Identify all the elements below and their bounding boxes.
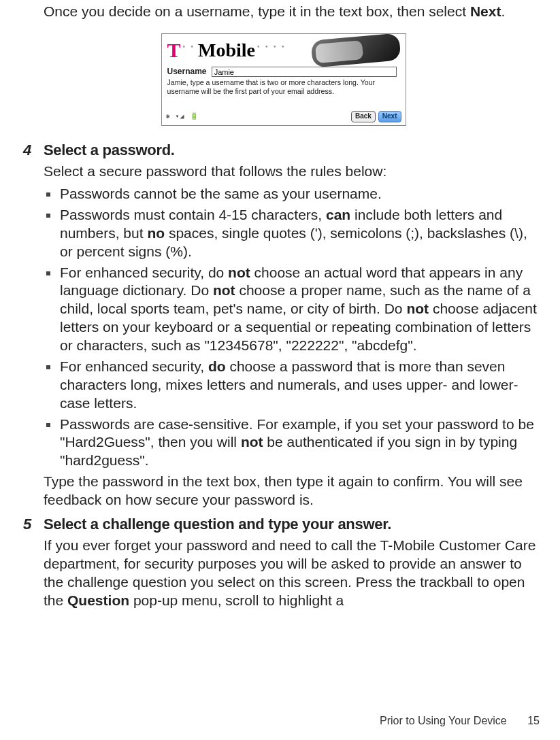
username-label: Username xyxy=(167,67,207,76)
tmobile-wordmark: Mobile xyxy=(198,38,255,63)
rule-text: Passwords cannot be the same as your use… xyxy=(60,186,382,201)
rule-bold: do xyxy=(208,358,226,374)
logo-dots-icon: • • • • xyxy=(257,43,286,52)
username-hint: Jamie, type a username that is two or mo… xyxy=(167,78,400,96)
rule-text: For enhanced security, xyxy=(60,358,208,374)
screenshot-header: T • • Mobile • • • • xyxy=(162,34,406,65)
list-item: For enhanced security, do choose a passw… xyxy=(44,358,544,413)
intro-pre: Once you decide on a username, type it i… xyxy=(44,3,470,19)
password-rules-list: Passwords cannot be the same as your use… xyxy=(44,185,544,470)
page-footer: Prior to Using Your Device 15 xyxy=(380,714,540,728)
rule-bold: not xyxy=(406,301,429,316)
intro-paragraph: Once you decide on a username, type it i… xyxy=(44,3,544,21)
intro-bold: Next xyxy=(470,3,501,19)
device-screenshot: T • • Mobile • • • • Username Jamie, typ… xyxy=(161,33,406,126)
page-number: 15 xyxy=(527,715,540,726)
status-icons: ✱ ▾◢ 🔋 xyxy=(166,112,199,121)
logo-dots-icon: • • xyxy=(183,43,196,52)
step-4-header: 4 Select a password. xyxy=(23,141,544,160)
rule-bold: not xyxy=(228,265,250,280)
footer-section: Prior to Using Your Device xyxy=(380,715,507,726)
next-button[interactable]: Next xyxy=(378,111,401,122)
rule-bold: can xyxy=(326,207,350,222)
step-5-title: Select a challenge question and type you… xyxy=(44,515,391,534)
list-item: For enhanced security, do not choose an … xyxy=(44,264,544,355)
rule-bold: no xyxy=(147,225,165,241)
rule-text: Passwords must contain 4-15 characters, xyxy=(60,207,326,222)
rule-bold: not xyxy=(241,434,263,450)
tmobile-t-logo: T xyxy=(167,37,181,63)
intro-post: . xyxy=(501,3,505,19)
step-4-title: Select a password. xyxy=(44,141,175,160)
rule-bold: not xyxy=(213,282,235,298)
step-5-header: 5 Select a challenge question and type y… xyxy=(23,515,544,534)
username-input[interactable] xyxy=(212,67,397,77)
step-5-body: If you ever forget your password and nee… xyxy=(44,537,544,610)
back-button[interactable]: Back xyxy=(351,111,376,122)
step-4-tail: Type the password in the text box, then … xyxy=(44,473,544,509)
step-5-bold: Question xyxy=(67,592,129,608)
rule-text: For enhanced security, do xyxy=(60,265,228,280)
phone-device-icon xyxy=(310,33,401,67)
step-4-lead: Select a secure password that follows th… xyxy=(44,163,544,181)
list-item: Passwords must contain 4-15 characters, … xyxy=(44,206,544,261)
list-item: Passwords are case-sensitive. For exampl… xyxy=(44,416,544,471)
step-4-number: 4 xyxy=(23,141,44,160)
list-item: Passwords cannot be the same as your use… xyxy=(44,185,544,203)
step-5-number: 5 xyxy=(23,515,44,534)
step-5-text: pop-up menu, scroll to highlight a xyxy=(129,592,344,608)
